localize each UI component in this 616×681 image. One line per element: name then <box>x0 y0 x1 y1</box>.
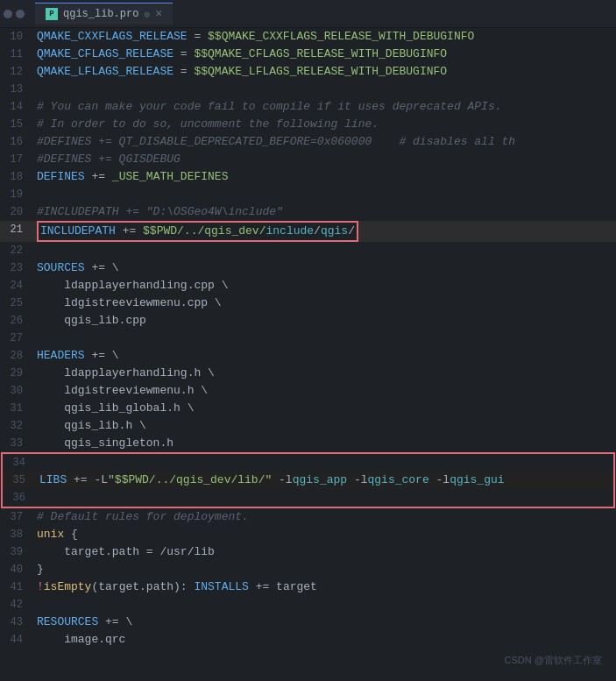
code-line: 12 QMAKE_LFLAGS_RELEASE = $$QMAKE_LFLAGS… <box>0 63 616 81</box>
line-content: # In order to do so, uncomment the follo… <box>33 116 616 133</box>
line-number: 11 <box>0 46 33 63</box>
line-number: 14 <box>0 98 33 116</box>
code-line: 37 # Default rules for deployment. <box>0 508 616 526</box>
line-number: 44 <box>0 631 33 649</box>
code-line: 25 ldgistreeviewmenu.cpp \ <box>0 294 616 312</box>
code-line: 38 unix { <box>0 526 616 543</box>
line-content: ldapplayerhandling.cpp \ <box>33 277 616 294</box>
line-content <box>33 81 616 98</box>
line-content: } <box>33 561 616 578</box>
watermark: CSDN @雷软件工作室 <box>505 654 602 667</box>
line-content: QMAKE_CXXFLAGS_RELEASE = $$QMAKE_CXXFLAG… <box>33 28 616 46</box>
line-content: qgis_lib_global.h \ <box>33 400 616 417</box>
tab-filename: qgis_lib.pro <box>63 8 138 20</box>
tab-close-button[interactable]: × <box>155 7 162 21</box>
line-number: 26 <box>0 312 33 330</box>
line-number: 37 <box>0 508 33 526</box>
line-content: RESOURCES += \ <box>33 614 616 631</box>
line-content: qgis_lib.h \ <box>33 417 616 435</box>
code-line: 43 RESOURCES += \ <box>0 614 616 631</box>
line-number: 34 <box>3 454 36 472</box>
code-line-block-bottom: 36 <box>1 489 615 508</box>
line-number: 30 <box>0 382 33 400</box>
line-content <box>33 186 616 203</box>
line-number: 36 <box>3 489 36 507</box>
code-line-block-content: 35 LIBS += -L"$$PWD/../qgis_dev/lib/" -l… <box>1 472 615 489</box>
code-line: 40 } <box>0 561 616 578</box>
line-number: 38 <box>0 526 33 543</box>
tab-bar: P qgis_lib.pro ⊙ × <box>0 0 616 28</box>
line-number: 42 <box>0 596 33 614</box>
code-line: 41 !isEmpty(target.path): INSTALLS += ta… <box>0 578 616 596</box>
code-line-block-top: 34 <box>1 452 615 472</box>
line-content: INCLUDEPATH += $$PWD/../qgis_dev/include… <box>33 221 616 242</box>
line-number: 20 <box>0 203 33 221</box>
line-content <box>33 242 616 259</box>
code-line: 26 qgis_lib.cpp <box>0 312 616 330</box>
code-line: 16 #DEFINES += QT_DISABLE_DEPRECATED_BEF… <box>0 133 616 151</box>
line-number: 32 <box>0 417 33 435</box>
line-number: 24 <box>0 277 33 294</box>
code-line: 15 # In order to do so, uncomment the fo… <box>0 116 616 133</box>
line-content: SOURCES += \ <box>33 259 616 277</box>
line-content: LIBS += -L"$$PWD/../qgis_dev/lib/" -lqgi… <box>36 472 613 489</box>
line-number: 29 <box>0 365 33 382</box>
code-line: 32 qgis_lib.h \ <box>0 417 616 435</box>
code-line: 13 <box>0 81 616 98</box>
line-content: ldgistreeviewmenu.h \ <box>33 382 616 400</box>
line-content: # Default rules for deployment. <box>33 508 616 526</box>
code-line: 31 qgis_lib_global.h \ <box>0 400 616 417</box>
line-content: target.path = /usr/lib <box>33 543 616 561</box>
code-line: 28 HEADERS += \ <box>0 347 616 365</box>
code-line: 44 image.qrc <box>0 631 616 649</box>
line-content: ldgistreeviewmenu.cpp \ <box>33 294 616 312</box>
code-line: 42 <box>0 596 616 614</box>
line-number: 17 <box>0 151 33 168</box>
code-editor: 10 QMAKE_CXXFLAGS_RELEASE = $$QMAKE_CXXF… <box>0 28 616 649</box>
line-number: 18 <box>0 168 33 186</box>
line-content: unix { <box>33 526 616 543</box>
line-number: 39 <box>0 543 33 561</box>
line-number: 15 <box>0 116 33 133</box>
code-line: 29 ldapplayerhandling.h \ <box>0 365 616 382</box>
code-line: 33 qgis_singleton.h <box>0 435 616 452</box>
line-number: 22 <box>0 242 33 259</box>
code-line: 22 <box>0 242 616 259</box>
line-content: HEADERS += \ <box>33 347 616 365</box>
line-number: 35 <box>3 472 36 489</box>
line-number: 25 <box>0 294 33 312</box>
code-line: 10 QMAKE_CXXFLAGS_RELEASE = $$QMAKE_CXXF… <box>0 28 616 46</box>
line-number: 10 <box>0 28 33 46</box>
line-content <box>33 330 616 347</box>
line-number: 43 <box>0 614 33 631</box>
line-content <box>33 596 616 614</box>
code-line: 19 <box>0 186 616 203</box>
line-content: #DEFINES += QT_DISABLE_DEPRECATED_BEFORE… <box>33 133 616 151</box>
file-icon: P <box>46 8 58 20</box>
line-content: !isEmpty(target.path): INSTALLS += targe… <box>33 578 616 596</box>
tab-dot-1 <box>4 10 12 18</box>
code-line: 17 #DEFINES += QGISDEBUG <box>0 151 616 168</box>
line-number: 31 <box>0 400 33 417</box>
code-line: 23 SOURCES += \ <box>0 259 616 277</box>
line-content: ldapplayerhandling.h \ <box>33 365 616 382</box>
line-number: 33 <box>0 435 33 452</box>
line-content: # You can make your code fail to compile… <box>33 98 616 116</box>
line-content: DEFINES += _USE_MATH_DEFINES <box>33 168 616 186</box>
line-number: 16 <box>0 133 33 151</box>
line-content <box>36 454 613 472</box>
tab-dot-2 <box>16 10 25 18</box>
tab-item[interactable]: P qgis_lib.pro ⊙ × <box>35 3 173 25</box>
pin-icon[interactable]: ⊙ <box>144 9 150 20</box>
line-content <box>36 489 613 507</box>
line-number: 12 <box>0 63 33 81</box>
line-content: image.qrc <box>33 631 616 649</box>
line-content: QMAKE_CFLAGS_RELEASE = $$QMAKE_CFLAGS_RE… <box>33 46 616 63</box>
code-line: 14 # You can make your code fail to comp… <box>0 98 616 116</box>
line-number: 23 <box>0 259 33 277</box>
line-content: #DEFINES += QGISDEBUG <box>33 151 616 168</box>
line-number: 28 <box>0 347 33 365</box>
code-line: 24 ldapplayerhandling.cpp \ <box>0 277 616 294</box>
line-number: 40 <box>0 561 33 578</box>
tab-controls <box>4 10 28 18</box>
